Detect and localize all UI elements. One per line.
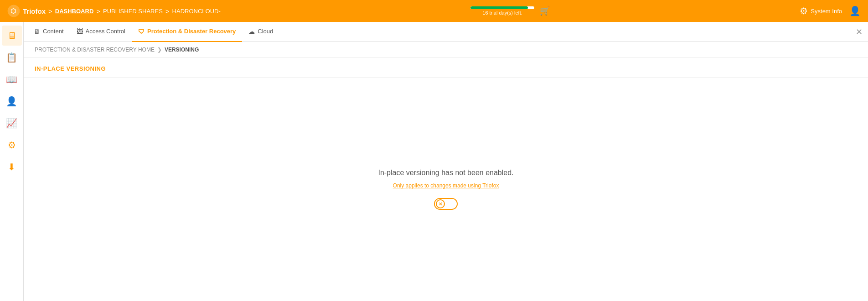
sidebar-item-book[interactable]: 📖 [2,69,22,89]
toggle-knob [436,199,445,208]
download-icon: ⬇ [8,161,16,172]
close-button[interactable]: ✕ [856,28,863,36]
breadcrumb: PROTECTION & DISASTER RECOVERY HOME ❯ VE… [24,42,868,58]
sidebar-item-download[interactable]: ⬇ [2,157,22,177]
breadcrumb-current: VERSIONING [165,47,199,53]
tab-protection[interactable]: 🛡 Protection & Disaster Recovery [132,22,242,42]
tab-content-label: Content [43,28,64,35]
navbar-left: ⬡ Triofox > DASHBOARD > PUBLISHED SHARES… [7,5,221,17]
tab-content[interactable]: 🖥 Content [27,22,70,42]
gear-icon: ⚙ [800,5,808,16]
sidebar-item-reports[interactable]: 📈 [2,113,22,133]
logo: ⬡ Triofox [7,5,46,17]
tab-cloud[interactable]: ☁ Cloud [242,22,279,42]
dashboard-icon: 🖥 [7,31,16,41]
user-icon[interactable]: 👤 [849,5,861,16]
navbar-right: ⚙ System Info 👤 [800,5,861,16]
tabs-bar: 🖥 Content 🖼 Access Control 🛡 Protection … [24,22,868,42]
system-info-button[interactable]: ⚙ System Info [800,5,842,16]
versioning-toggle[interactable] [434,198,458,210]
toggle-container [434,198,458,210]
book-icon: 📖 [6,74,17,85]
nav-dashboard-link[interactable]: DASHBOARD [55,8,94,15]
nav-published-path: PUBLISHED SHARES [103,8,163,15]
trial-progress-bar [470,6,534,9]
content-area: In-place versioning has not been enabled… [24,78,868,301]
sidebar: 🖥 📋 📖 👤 📈 ⚙ ⬇ [0,22,24,301]
triofox-logo-icon: ⬡ [7,5,20,17]
section-header: IN-PLACE VERSIONING [24,58,868,78]
layout: 🖥 📋 📖 👤 📈 ⚙ ⬇ 🖥 Content 🖼 [0,22,868,301]
reports-icon: 📈 [6,118,17,129]
nav-sep-3: > [165,7,170,15]
main-content: 🖥 Content 🖼 Access Control 🛡 Protection … [24,22,868,301]
trial-text: 16 trial day(s) left. [482,10,522,16]
system-info-label: System Info [811,8,842,15]
cart-icon[interactable]: 🛒 [540,6,550,16]
access-control-tab-icon: 🖼 [77,28,83,35]
tab-cloud-label: Cloud [258,28,273,35]
brand-name: Triofox [23,7,46,15]
trial-progress-fill [470,6,528,9]
navbar-center: 16 trial day(s) left. 🛒 [470,6,550,16]
breadcrumb-home-link[interactable]: PROTECTION & DISASTER RECOVERY HOME [35,47,155,53]
content-tab-icon: 🖥 [34,28,40,35]
users-icon: 👤 [6,96,17,107]
svg-text:⬡: ⬡ [10,7,16,15]
nav-sep-1: > [48,7,52,15]
files-icon: 📋 [6,52,17,63]
sidebar-item-files[interactable]: 📋 [2,47,22,67]
versioning-message: In-place versioning has not been enabled… [378,169,513,177]
protection-tab-icon: 🛡 [138,28,145,35]
sidebar-item-dashboard[interactable]: 🖥 [2,26,22,46]
trial-info: 16 trial day(s) left. [470,6,534,16]
versioning-sub-text: Only applies to changes made using Triof… [393,182,499,189]
tab-protection-label: Protection & Disaster Recovery [147,28,236,35]
cloud-tab-icon: ☁ [248,28,255,35]
breadcrumb-separator: ❯ [157,47,162,53]
nav-hadron-path: HADRONCLOUD- [172,8,221,15]
navbar: ⬡ Triofox > DASHBOARD > PUBLISHED SHARES… [0,0,868,22]
section-title: IN-PLACE VERSIONING [35,65,106,72]
sidebar-item-settings[interactable]: ⚙ [2,135,22,155]
sidebar-item-users[interactable]: 👤 [2,91,22,111]
tab-access-control-label: Access Control [86,28,125,35]
nav-sep-2: > [96,7,100,15]
settings-icon: ⚙ [8,140,16,150]
tab-access-control[interactable]: 🖼 Access Control [70,22,132,42]
